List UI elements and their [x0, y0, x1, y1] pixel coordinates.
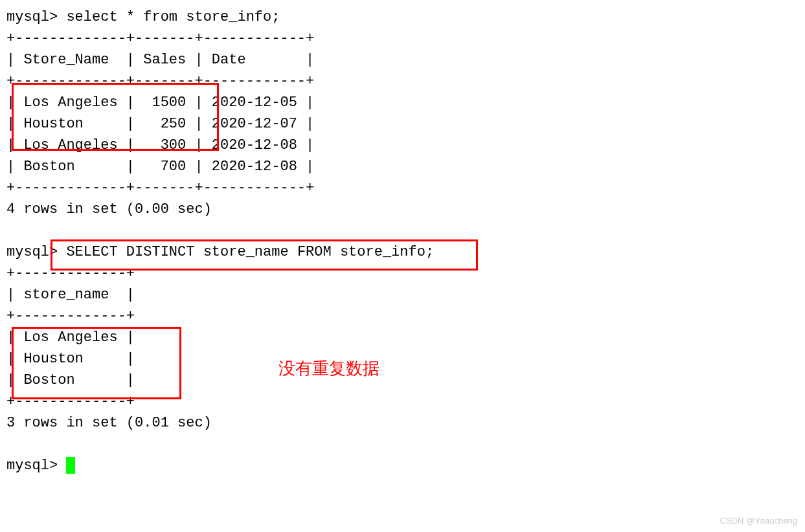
table1-border-mid: +-------------+-------+------------+: [6, 73, 314, 89]
table1-row-2: | Houston | 250 | 2020-12-07 |: [6, 116, 314, 132]
terminal-output: mysql> select * from store_info; +------…: [6, 6, 805, 476]
table2-border-bottom: +-------------+: [6, 393, 135, 410]
table2-border-top: +-------------+: [6, 265, 135, 282]
cursor-icon[interactable]: [66, 457, 75, 474]
table1-header-row: | Store_Name | Sales | Date |: [6, 52, 314, 68]
table1-row-4: | Boston | 700 | 2020-12-08 |: [6, 159, 314, 175]
watermark-text: CSDN @Ybaocheng: [720, 515, 797, 527]
mysql-prompt: mysql>: [6, 244, 58, 260]
result-1: 4 rows in set (0.00 sec): [6, 201, 212, 217]
table1-row-1: | Los Angeles | 1500 | 2020-12-05 |: [6, 94, 314, 111]
result-2: 3 rows in set (0.01 sec): [6, 415, 212, 431]
table1-border-top: +-------------+-------+------------+: [6, 30, 314, 47]
table1-border-bottom: +-------------+-------+------------+: [6, 180, 314, 196]
table2-border-mid: +-------------+: [6, 308, 135, 324]
query-1: select * from store_info;: [66, 9, 280, 25]
table2-header-row: | store_name |: [6, 287, 135, 303]
table2-row-2: | Houston |: [6, 351, 135, 367]
table2-row-3: | Boston |: [6, 372, 135, 388]
table2-row-1: | Los Angeles |: [6, 329, 135, 346]
mysql-prompt: mysql>: [6, 458, 58, 474]
annotation-text: 没有重复数据: [278, 356, 380, 381]
query-2: SELECT DISTINCT store_name FROM store_in…: [66, 244, 434, 260]
mysql-prompt: mysql>: [6, 9, 58, 25]
table1-row-3: | Los Angeles | 300 | 2020-12-08 |: [6, 137, 314, 153]
